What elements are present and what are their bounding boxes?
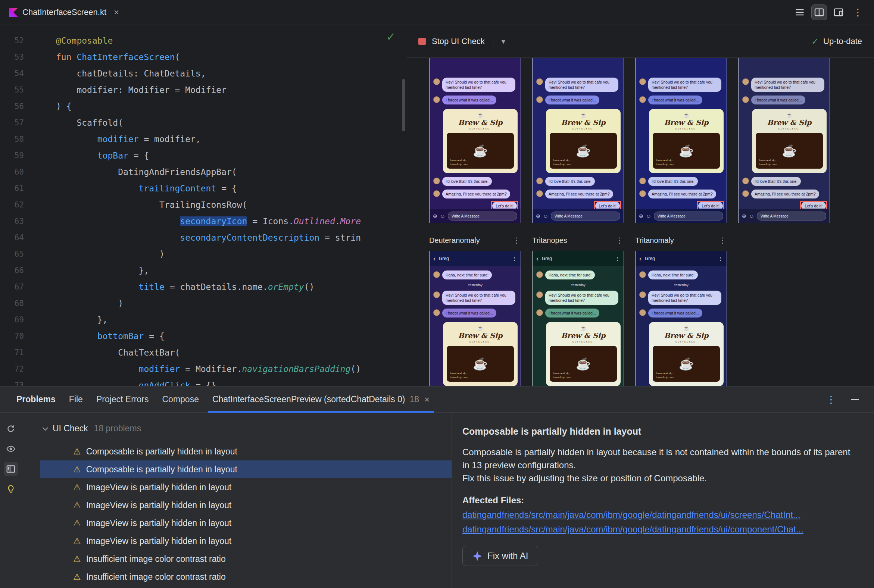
inspection-ok-icon[interactable]: ✓ xyxy=(386,30,396,43)
tab-count-badge: 18 xyxy=(409,394,419,404)
chevron-down-icon[interactable]: ▾ xyxy=(502,37,505,46)
problem-item[interactable]: ⚠Composable is partially hidden in layou… xyxy=(40,460,452,478)
tab-compose[interactable]: Compose xyxy=(155,387,205,412)
tab-file[interactable]: File xyxy=(62,387,90,412)
panel-menu-icon[interactable]: ⋮ xyxy=(826,395,836,404)
affected-file-link[interactable]: datingandfriends/src/main/java/com/ibm/g… xyxy=(463,510,859,520)
editor-tab[interactable]: ChatInterfaceScreen.kt × xyxy=(0,0,126,25)
line-number[interactable]: 70 xyxy=(0,332,24,340)
line-number[interactable]: 53 xyxy=(0,52,24,62)
chat-menu-icon[interactable]: ⋮ xyxy=(718,256,723,261)
line-number[interactable]: 61 xyxy=(0,184,24,193)
refresh-icon[interactable] xyxy=(4,422,18,436)
line-number[interactable]: 58 xyxy=(0,135,24,144)
tab-close-icon[interactable]: × xyxy=(114,7,119,18)
preview-eye-icon[interactable] xyxy=(4,442,18,456)
problem-item[interactable]: ⚠ImageView is partially hidden in layout xyxy=(40,478,452,496)
line-number[interactable]: 68 xyxy=(0,299,24,308)
tab-close-icon[interactable]: × xyxy=(424,394,429,405)
problem-item[interactable]: ⚠Insufficient image color contrast ratio xyxy=(40,568,452,586)
details-view-icon[interactable] xyxy=(4,462,18,476)
add-icon[interactable]: ⊕ xyxy=(536,213,541,219)
line-number[interactable]: 67 xyxy=(0,282,24,291)
back-icon[interactable]: ‹ xyxy=(639,255,641,262)
problem-item[interactable]: ⚠ImageView is partially hidden in layout xyxy=(40,532,452,550)
message-input[interactable]: Write A Message xyxy=(654,212,723,220)
avatar xyxy=(639,96,646,103)
problem-text: ImageView is partially hidden in layout xyxy=(86,518,232,528)
emoji-icon[interactable]: ☺ xyxy=(543,213,548,219)
line-number[interactable]: 73 xyxy=(0,381,24,386)
variant-menu-icon[interactable]: ⋮ xyxy=(513,236,521,245)
preview-phone[interactable]: ‹ Greg ⋮ Haha, next time for sure! Yeste… xyxy=(429,251,521,386)
line-number[interactable]: 64 xyxy=(0,233,24,242)
variant-menu-icon[interactable]: ⋮ xyxy=(616,236,624,245)
code-editor[interactable]: 52@Composable53fun ChatInterfaceScreen(5… xyxy=(0,25,407,386)
chat-messages: Hey! Should we go to that cafe you menti… xyxy=(635,58,727,209)
back-icon[interactable]: ‹ xyxy=(536,255,539,262)
quickfix-bulb-icon[interactable] xyxy=(4,482,18,496)
problem-item[interactable]: ⚠ImageView is partially hidden in layout xyxy=(40,496,452,514)
emoji-icon[interactable]: ☺ xyxy=(646,213,651,219)
line-number[interactable]: 52 xyxy=(0,36,24,45)
preview-phone[interactable]: Hey! Should we go to that cafe you menti… xyxy=(429,58,521,223)
chat-menu-icon[interactable]: ⋮ xyxy=(512,256,517,261)
affected-file-link[interactable]: datingandfriends/src/main/java/com/ibm/g… xyxy=(463,524,859,535)
tab-project-errors[interactable]: Project Errors xyxy=(90,387,156,412)
line-number[interactable]: 72 xyxy=(0,364,24,374)
warning-icon: ⚠ xyxy=(73,573,81,581)
code-line: 66 }, xyxy=(0,262,407,279)
preview-phone[interactable]: ‹ Greg ⋮ Haha, next time for sure! Yeste… xyxy=(532,251,624,386)
problem-item[interactable]: ⚠Composable is partially hidden in layou… xyxy=(40,442,452,460)
preview-phone[interactable]: Hey! Should we go to that cafe you menti… xyxy=(532,58,624,223)
line-number[interactable]: 54 xyxy=(0,69,24,78)
emoji-icon[interactable]: ☺ xyxy=(440,213,445,219)
message-input[interactable]: Write A Message xyxy=(757,212,826,220)
problems-tree: UI Check 18 problems ⚠Composable is part… xyxy=(22,412,452,588)
line-number[interactable]: 65 xyxy=(0,250,24,258)
chat-menu-icon[interactable]: ⋮ xyxy=(615,256,620,261)
preview-phone[interactable]: Hey! Should we go to that cafe you menti… xyxy=(635,58,727,223)
chevron-expanded-icon[interactable] xyxy=(42,424,48,430)
variant-menu-icon[interactable]: ⋮ xyxy=(719,236,727,245)
preview-phone[interactable]: ‹ Greg ⋮ Haha, next time for sure! Yeste… xyxy=(635,251,727,386)
line-number[interactable]: 56 xyxy=(0,102,24,111)
panel-minimize-icon[interactable] xyxy=(851,399,859,400)
avatar xyxy=(536,271,543,278)
message-input-bar[interactable]: ⊕ ☺ Write A Message xyxy=(635,209,727,223)
message-input[interactable]: Write A Message xyxy=(551,212,620,220)
fix-with-ai-button[interactable]: Fix with AI xyxy=(463,546,538,566)
line-number[interactable]: 62 xyxy=(0,200,24,209)
problems-group[interactable]: UI Check 18 problems xyxy=(22,419,452,437)
message-input-bar[interactable]: ⊕ ☺ Write A Message xyxy=(429,209,521,223)
split-editor-icon[interactable] xyxy=(811,4,827,20)
tab-uicheck-preview[interactable]: ChatInterfaceScreenPreview (sortedChatDe… xyxy=(206,387,436,412)
device-preview-icon[interactable] xyxy=(831,4,846,20)
message-input[interactable]: Write A Message xyxy=(448,212,517,220)
line-number[interactable]: 60 xyxy=(0,168,24,177)
problem-item[interactable]: ⚠Insufficient image color contrast ratio xyxy=(40,550,452,568)
line-number[interactable]: 59 xyxy=(0,151,24,160)
line-number[interactable]: 66 xyxy=(0,266,24,275)
toolbar-menu-icon[interactable]: ⋮ xyxy=(850,4,866,20)
editor-scrollbar[interactable] xyxy=(402,79,405,131)
tab-problems[interactable]: Problems xyxy=(10,387,62,412)
problem-item[interactable]: ⚠Insufficient text color contrast ratio xyxy=(40,586,452,588)
problem-item[interactable]: ⚠ImageView is partially hidden in layout xyxy=(40,514,452,532)
line-number[interactable]: 69 xyxy=(0,315,24,324)
message-input-bar[interactable]: ⊕ ☺ Write A Message xyxy=(739,209,830,223)
add-icon[interactable]: ⊕ xyxy=(742,213,746,219)
preview-phone[interactable]: Hey! Should we go to that cafe you menti… xyxy=(738,58,830,223)
add-icon[interactable]: ⊕ xyxy=(639,213,643,219)
back-icon[interactable]: ‹ xyxy=(433,255,435,262)
line-number[interactable]: 63 xyxy=(0,217,24,226)
line-number[interactable]: 57 xyxy=(0,118,24,127)
stop-ui-check-button[interactable]: Stop UI Check xyxy=(432,37,485,46)
line-number[interactable]: 55 xyxy=(0,86,24,94)
structure-view-icon[interactable] xyxy=(792,4,808,20)
line-number[interactable]: 71 xyxy=(0,348,24,357)
emoji-icon[interactable]: ☺ xyxy=(749,213,754,219)
add-icon[interactable]: ⊕ xyxy=(433,213,437,219)
message-input-bar[interactable]: ⊕ ☺ Write A Message xyxy=(533,209,623,223)
code-line: 53fun ChatInterfaceScreen( xyxy=(0,49,407,65)
